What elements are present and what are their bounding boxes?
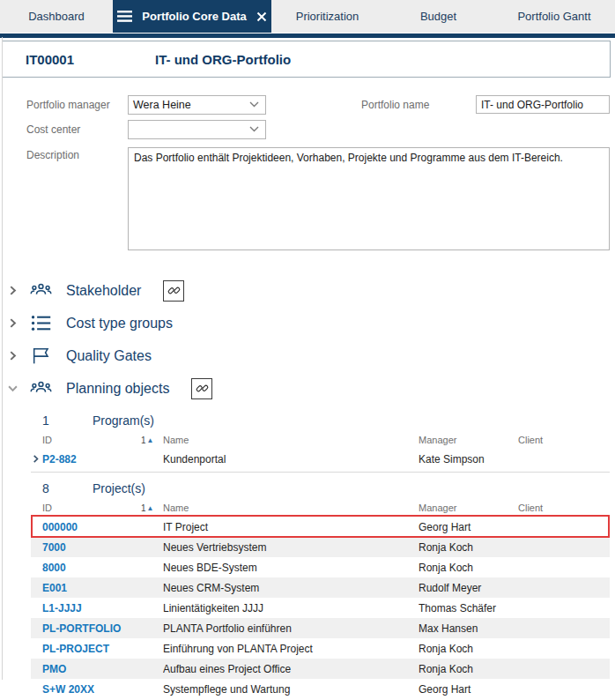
row-manager: Ronja Koch (419, 562, 518, 574)
table-row[interactable]: 7000 Neues Vertriebsystem Ronja Koch (31, 537, 610, 557)
row-id-link[interactable]: PMO (42, 663, 141, 675)
column-name[interactable]: Name (163, 503, 419, 513)
portfolio-manager-label: Portfolio manager (26, 99, 128, 111)
column-name[interactable]: Name (163, 435, 419, 445)
description-textarea[interactable]: Das Portfolio enthält Projektideen, Vorh… (128, 147, 610, 250)
group-icon (30, 377, 54, 399)
group-count: 1 (42, 413, 93, 428)
row-id-link[interactable]: PL-PORTFOLIO (42, 622, 141, 635)
row-id-link[interactable]: 000000 (42, 521, 141, 533)
tabbar-underline (0, 33, 615, 38)
row-manager: Thomas Schäfer (419, 602, 518, 614)
chevron-right-icon[interactable] (8, 351, 19, 361)
group-icon (30, 279, 54, 302)
flag-icon (30, 345, 54, 367)
cost-center-select[interactable] (128, 120, 266, 139)
row-id-link[interactable]: L1-JJJJ (42, 602, 141, 614)
tab-portfolio-gantt[interactable]: Portfolio Gantt (493, 0, 615, 33)
row-name: Neues CRM-System (163, 582, 419, 594)
column-client[interactable]: Client (518, 435, 610, 445)
chevron-down-icon[interactable] (8, 384, 19, 393)
chevron-right-icon[interactable] (8, 318, 19, 328)
record-id: IT00001 (26, 52, 155, 67)
table-row-highlighted[interactable]: 000000 IT Project Georg Hart (31, 517, 610, 537)
group-count: 8 (42, 481, 93, 495)
table-header: ID 1▲ Name Manager Client (31, 431, 610, 449)
column-id[interactable]: ID (42, 503, 141, 513)
row-name: Neues BDE-System (163, 562, 419, 574)
cost-center-label: Cost center (26, 123, 128, 136)
table-row[interactable]: S+W 20XX Systempflege und Wartung Georg … (31, 679, 610, 699)
sort-indicator[interactable]: 1▲ (141, 436, 163, 445)
link-button[interactable] (163, 280, 184, 302)
table-row[interactable]: E001 Neues CRM-System Rudolf Meyer (31, 577, 610, 598)
sort-ascending-icon: ▲ (147, 436, 154, 444)
table-row[interactable]: PL-PORTFOLIO PLANTA Portfolio einführen … (31, 618, 610, 638)
tab-portfolio-core-data[interactable]: Portfolio Core Data (113, 0, 271, 33)
row-manager: Ronja Koch (419, 663, 518, 675)
project-group-header: 8 Project(s) (0, 478, 615, 499)
section-stakeholder[interactable]: Stakeholder (0, 274, 615, 307)
column-manager[interactable]: Manager (419, 435, 518, 445)
chevron-down-icon (249, 126, 259, 132)
menu-icon[interactable] (117, 11, 132, 22)
portfolio-name-input[interactable]: IT- und ORG-Portfolio (476, 95, 610, 114)
tab-label: Portfolio Gantt (517, 10, 590, 23)
row-manager: Ronja Koch (419, 643, 518, 655)
row-manager: Ronja Koch (419, 541, 518, 554)
row-name: Einführung von PLANTA Project (163, 643, 419, 655)
tab-label: Portfolio Core Data (142, 10, 246, 23)
row-name: IT Project (163, 521, 419, 533)
column-manager[interactable]: Manager (419, 503, 518, 513)
tab-budget[interactable]: Budget (383, 0, 493, 33)
group-separator (31, 472, 610, 473)
table-row[interactable]: PMO Aufbau eines Project Office Ronja Ko… (31, 659, 610, 679)
section-title: Quality Gates (66, 348, 152, 364)
row-id-link[interactable]: P2-882 (42, 453, 141, 465)
tab-prioritization[interactable]: Prioritization (271, 0, 383, 33)
table-row[interactable]: 8000 Neues BDE-System Ronja Koch (31, 557, 610, 577)
chevron-right-icon[interactable] (8, 286, 19, 295)
sort-indicator[interactable]: 1▲ (141, 503, 163, 513)
row-name: Neues Vertriebsystem (163, 541, 419, 554)
table-row[interactable]: L1-JJJJ Linientätigkeiten JJJJ Thomas Sc… (31, 598, 610, 618)
sort-ascending-icon: ▲ (147, 504, 154, 512)
description-label: Description (26, 147, 128, 161)
row-id-link[interactable]: 7000 (42, 541, 141, 554)
row-expand-chevron[interactable] (31, 455, 42, 463)
section-title: Cost type groups (66, 316, 173, 331)
table-row[interactable]: PL-PROJECT Einführung von PLANTA Project… (31, 638, 610, 659)
tab-dashboard[interactable]: Dashboard (0, 0, 113, 33)
row-name: Aufbau eines Project Office (163, 663, 419, 675)
row-id-link[interactable]: 8000 (42, 562, 141, 574)
row-name: Linientätigkeiten JJJJ (163, 602, 419, 614)
row-id-link[interactable]: E001 (42, 582, 141, 594)
tab-label: Dashboard (28, 10, 85, 23)
tab-label: Prioritization (296, 10, 359, 23)
column-client[interactable]: Client (518, 503, 610, 513)
row-name: Systempflege und Wartung (163, 683, 419, 696)
row-name: Kundenportal (163, 453, 419, 465)
row-id-link[interactable]: PL-PROJECT (42, 643, 141, 655)
row-manager: Rudolf Meyer (419, 582, 518, 594)
section-planning-objects[interactable]: Planning objects (0, 372, 615, 405)
section-cost-type-groups[interactable]: Cost type groups (0, 307, 615, 339)
row-name: PLANTA Portfolio einführen (163, 622, 419, 635)
section-title: Stakeholder (66, 283, 141, 299)
table-header: ID 1▲ Name Manager Client (31, 499, 610, 517)
table-row[interactable]: P2-882 Kundenportal Kate Simpson (31, 449, 610, 469)
row-manager: Kate Simpson (419, 453, 518, 465)
close-icon[interactable] (256, 11, 267, 22)
section-quality-gates[interactable]: Quality Gates (0, 339, 615, 372)
row-manager: Georg Hart (419, 683, 518, 696)
column-id[interactable]: ID (42, 435, 141, 445)
tab-label: Budget (420, 10, 456, 23)
record-header: IT00001 IT- und ORG-Portfolio (2, 41, 611, 78)
program-group-header: 1 Program(s) (0, 410, 615, 431)
description-row: Description Das Portfolio enthält Projek… (26, 147, 615, 250)
portfolio-manager-value: Wera Heine (133, 99, 191, 111)
link-button[interactable] (191, 378, 212, 399)
group-label: Program(s) (93, 413, 154, 428)
portfolio-manager-select[interactable]: Wera Heine (128, 95, 266, 115)
row-id-link[interactable]: S+W 20XX (42, 683, 141, 696)
